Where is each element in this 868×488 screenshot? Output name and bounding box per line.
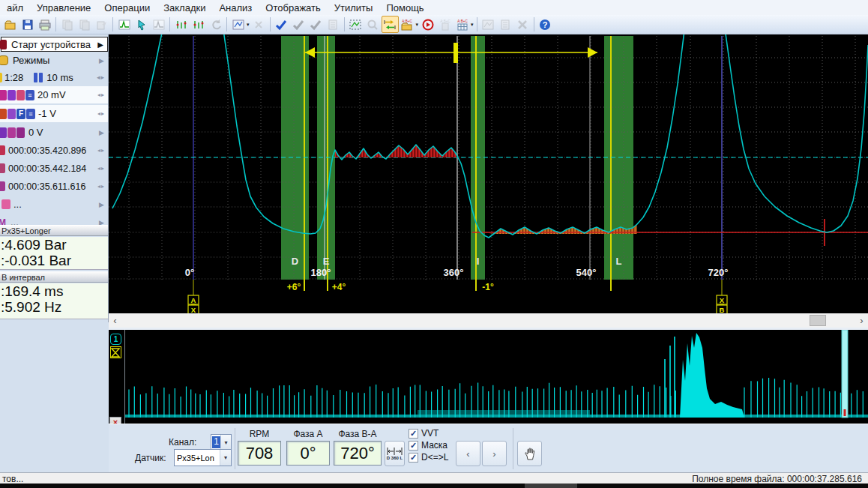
open-script-icon[interactable]: A:B+C [399,16,416,33]
taskbar-strip [0,484,868,488]
channel-selected-value: 1 [212,436,220,448]
menu-item-7[interactable]: Помощь [379,2,430,13]
modes-label: Режимы [13,55,49,66]
phase-range-button[interactable]: D 360 L [385,441,405,466]
chart-mode-icon[interactable] [229,16,247,33]
chart-scrollbar[interactable]: ‹ › [109,313,868,328]
open-script-dropdown-icon[interactable]: ▾ [416,22,419,28]
checkbox-icon: ✓ [409,453,418,463]
open-file-icon[interactable] [1,16,19,33]
scroll-right-button[interactable]: › [855,313,868,328]
signal-view-icon[interactable] [115,16,133,33]
rpm-label: RPM [238,429,281,439]
help-icon[interactable]: ? [537,16,554,33]
menu-item-3[interactable]: Закладки [157,2,212,13]
pressure-min: :-0.031 Bar [1,253,108,268]
overview-badge-column: 1 [109,330,125,424]
channel-select[interactable]: 1 ▾ [211,434,232,451]
probe-icon [7,127,16,138]
confirm-icon[interactable] [273,16,290,33]
step-arrows-icon[interactable]: ◂▸ [97,110,105,117]
extra-row-1[interactable]: ... ▶ [0,196,108,212]
fit-view-icon[interactable] [347,16,364,33]
chevron-right-icon: ▶ [99,129,105,136]
undo-icon [207,16,224,33]
chart-mode-dropdown-icon[interactable]: ▾ [247,22,250,28]
vvt-label: VVT [421,428,438,439]
hourglass-badge[interactable] [110,346,121,358]
interval-freq: :5.902 Hz [1,299,108,315]
copy-image-icon [76,16,93,33]
device-icon [0,40,7,49]
channel-label: Канал: [169,437,196,448]
step-arrows-icon[interactable]: ◂▸ [97,183,105,190]
delete-extra-icon [514,16,531,33]
step-arrows-icon[interactable]: ◂▸ [97,73,105,81]
svg-text:-1°: -1° [482,282,494,292]
menu-item-4[interactable]: Анализ [212,2,259,13]
sensor-select[interactable]: Px35+Lon ▾ [174,449,232,466]
interval-panel-values: :169.4 ms :5.902 Hz [0,283,108,319]
markers-b-icon[interactable] [190,16,207,33]
channel-c-range: 0 V [28,127,43,138]
menu-item-6[interactable]: Утилиты [328,2,380,13]
toolbar-separator [477,17,477,31]
divider [235,428,235,469]
page-extra-icon [497,16,514,33]
modes-row[interactable]: Режимы ▶ [0,53,108,67]
run-script-icon[interactable] [419,16,436,33]
channel-a-row[interactable]: ≡ 20 mV ◂▸ [0,86,108,103]
confirm-save-icon [307,16,325,33]
time-row-3[interactable]: 000:00:35.611.616 ◂▸ [0,178,108,194]
channel-c-row[interactable]: 0 V ▶ [0,124,108,140]
mask-checkbox[interactable]: ✓ Маска [409,440,447,451]
clock-icon [0,181,5,191]
scroll-left-button[interactable]: ‹ [109,313,121,328]
svg-text:D: D [292,256,298,267]
svg-text:L: L [616,256,622,267]
svg-text:0°: 0° [185,267,194,278]
overview-plot[interactable] [125,330,868,424]
pressure-max: :4.609 Bar [1,237,108,253]
range-icon: ≡ [26,109,35,119]
script-table-icon[interactable]: A:B+C [453,16,471,33]
channel-a-range: 20 mV [37,89,66,100]
save-file-icon[interactable] [19,16,36,33]
time-row-1[interactable]: 000:00:35.420.896 ◂▸ [0,142,108,158]
print-icon[interactable] [36,16,53,33]
zoom-tool-icon [364,16,382,33]
main-waveform-chart[interactable]: DEIL0°180°360°540°720°+6°+4°-1°AXXB [109,34,868,313]
menu-item-5[interactable]: Отображать [259,2,327,13]
phase-ruler-icon[interactable] [382,16,399,33]
toolbar: ▾A:B+C▾A:B+CA:B+C▾? [0,15,868,34]
vvt-checkbox[interactable]: ✓ VVT [409,428,438,439]
extra-row-1-label: ... [13,199,22,210]
markers-a-icon[interactable] [172,16,190,33]
step-arrows-icon[interactable]: ◂▸ [97,165,105,172]
next-cycle-button[interactable]: › [482,441,507,466]
timebase-icon2 [39,73,43,82]
menu-item-2[interactable]: Операции [97,2,157,13]
menu-item-0[interactable]: айл [0,2,30,13]
channel-b-row[interactable]: F ≡ -1 V ◂▸ [0,105,108,122]
chevron-down-icon: ▾ [220,435,231,450]
hand-pan-button[interactable] [517,441,542,466]
dl-checkbox[interactable]: ✓ D<=>L [409,452,448,463]
channel-1-badge[interactable]: 1 [110,334,121,345]
script-table-dropdown-icon[interactable]: ▾ [471,22,474,28]
start-device-label: Старт устройства [11,39,91,50]
prev-cycle-button[interactable]: ‹ [456,441,480,466]
time-row-2[interactable]: 000:00:35.442.184 ◂▸ [0,160,108,176]
pan-cursor-icon[interactable] [133,16,150,33]
start-device-button[interactable]: Старт устройства ▶ [1,37,108,52]
overview-waveform[interactable]: 1 [109,330,868,424]
timebase-row[interactable]: 1:28 10 ms ◂▸ [0,70,108,85]
menu-bar: айлУправлениеОперацииЗакладкиАнализОтобр… [0,0,868,15]
step-arrows-icon[interactable]: ◂▸ [97,147,105,154]
step-arrows-icon[interactable]: ◂▸ [97,91,105,98]
scrollbar-thumb[interactable] [810,315,826,326]
menu-item-1[interactable]: Управление [30,2,97,13]
copy-frame-icon [58,16,76,33]
range-icon: ≡ [25,90,34,100]
svg-text:X: X [191,306,196,313]
